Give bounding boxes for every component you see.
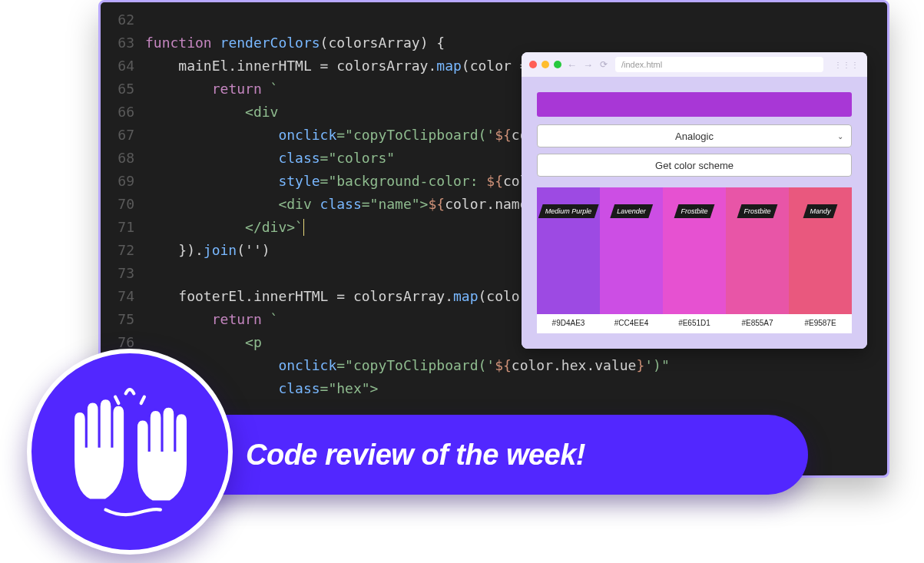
- line-number-gutter: 6263646566676869707172737475767778: [101, 8, 145, 400]
- get-color-scheme-button[interactable]: Get color scheme: [537, 154, 852, 177]
- code-line[interactable]: [145, 8, 887, 31]
- line-number: 75: [101, 308, 134, 331]
- select-value: Analogic: [675, 131, 714, 142]
- color-swatch[interactable]: Medium Purple: [537, 187, 600, 314]
- line-number: 70: [101, 193, 134, 216]
- line-number: 66: [101, 101, 134, 124]
- menu-dots-icon[interactable]: ⋮⋮⋮: [834, 61, 859, 69]
- line-number: 72: [101, 239, 134, 262]
- line-number: 74: [101, 285, 134, 308]
- url-bar[interactable]: /index.html: [615, 57, 823, 72]
- color-swatch[interactable]: Frostbite: [726, 187, 789, 314]
- button-label: Get color scheme: [655, 160, 734, 171]
- swatch-hex-label: #E9587E: [789, 319, 852, 327]
- swatch-name-label: Medium Purple: [538, 204, 598, 218]
- color-swatch[interactable]: Frostbite: [663, 187, 726, 314]
- swatch-row: Medium PurpleLavenderFrostbiteFrostbiteM…: [537, 187, 852, 314]
- line-number: 65: [101, 78, 134, 101]
- color-swatch[interactable]: Mandy: [789, 187, 852, 314]
- code-line[interactable]: function renderColors(colorsArray) {: [145, 31, 887, 55]
- line-number: 64: [101, 55, 134, 78]
- window-close-icon[interactable]: [529, 61, 537, 68]
- line-number: 62: [101, 8, 134, 31]
- line-number: 71: [101, 216, 134, 239]
- text-cursor: [303, 219, 304, 236]
- color-swatch[interactable]: Lavender: [600, 187, 663, 314]
- window-maximize-icon[interactable]: [554, 61, 561, 68]
- forward-arrow-icon[interactable]: →: [583, 59, 593, 71]
- reload-icon[interactable]: ⟳: [600, 59, 608, 70]
- line-number: 67: [101, 124, 134, 147]
- code-line[interactable]: class="hex">: [145, 377, 887, 400]
- swatch-name-label: Frostbite: [674, 204, 715, 218]
- badge-pill: Code review of the week!: [161, 415, 808, 495]
- code-line[interactable]: onclick="copyToClipboard('${color.hex.va…: [145, 354, 887, 377]
- line-number: 69: [101, 170, 134, 193]
- window-minimize-icon[interactable]: [541, 61, 549, 68]
- url-text: /index.html: [621, 60, 662, 69]
- line-number: 63: [101, 31, 134, 55]
- selected-color-preview[interactable]: [537, 92, 852, 117]
- browser-body: Analogic ⌄ Get color scheme Medium Purpl…: [522, 77, 867, 349]
- high-five-icon: [49, 371, 210, 532]
- browser-preview: ← → ⟳ /index.html ⋮⋮⋮ Analogic ⌄ Get col…: [522, 52, 867, 349]
- scheme-mode-select[interactable]: Analogic ⌄: [537, 124, 852, 147]
- browser-chrome: ← → ⟳ /index.html ⋮⋮⋮: [522, 52, 867, 77]
- swatch-hex-label: #9D4AE3: [537, 319, 600, 327]
- hex-row: #9D4AE3#CC4EE4#E651D1#E855A7#E9587E: [537, 314, 852, 333]
- swatch-hex-label: #E855A7: [726, 319, 789, 327]
- swatch-name-label: Mandy: [803, 204, 838, 218]
- back-arrow-icon[interactable]: ←: [567, 59, 577, 71]
- chevron-down-icon: ⌄: [837, 132, 843, 141]
- swatch-name-label: Lavender: [610, 204, 652, 218]
- badge-text: Code review of the week!: [246, 439, 585, 472]
- high-five-badge-icon: [27, 349, 233, 555]
- swatch-hex-label: #CC4EE4: [600, 319, 663, 327]
- line-number: 73: [101, 262, 134, 285]
- line-number: 68: [101, 147, 134, 170]
- swatch-name-label: Frostbite: [737, 204, 778, 218]
- swatch-hex-label: #E651D1: [663, 319, 726, 327]
